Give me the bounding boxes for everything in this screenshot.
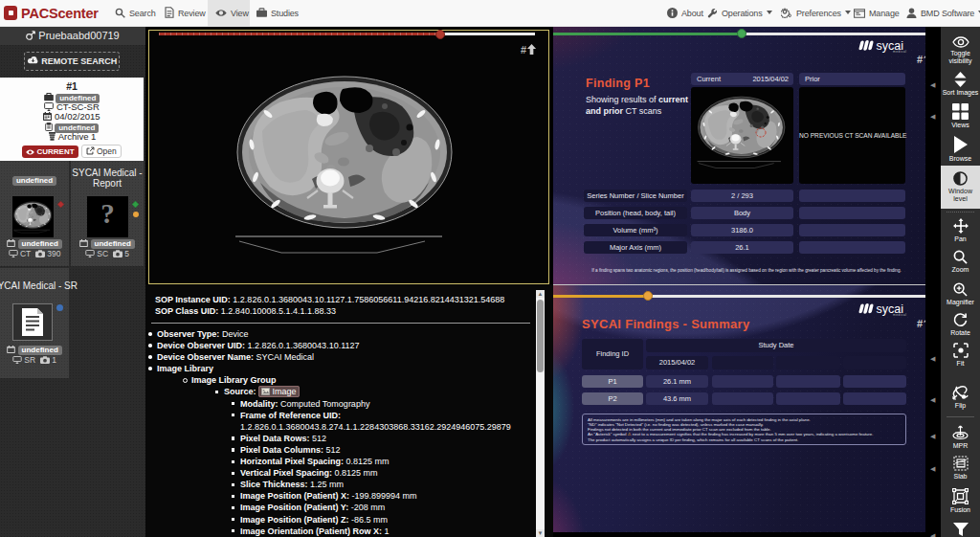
svg-text:medical: medical — [893, 313, 906, 316]
svg-text:medical: medical — [893, 50, 906, 53]
